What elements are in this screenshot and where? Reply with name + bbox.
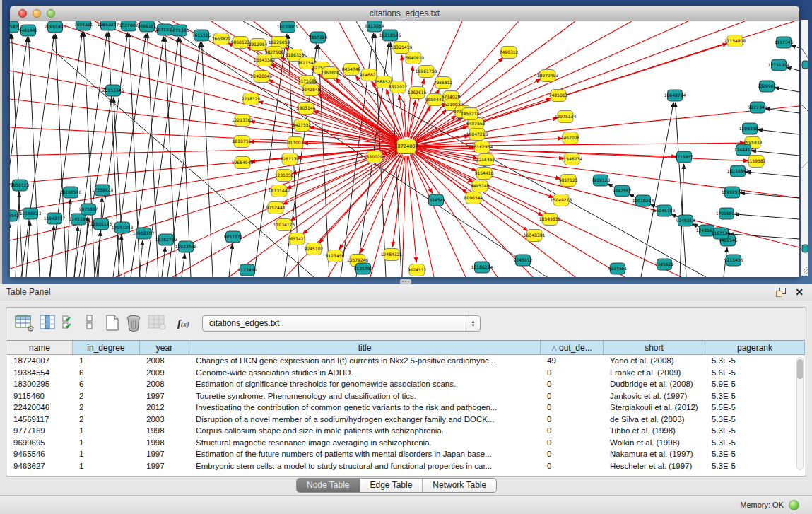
delete-column-icon[interactable] bbox=[125, 315, 142, 333]
close-panel-icon[interactable]: ✕ bbox=[795, 286, 804, 299]
table-cell[interactable]: 0 bbox=[541, 460, 604, 472]
table-cell[interactable]: 5.3E-5 bbox=[705, 414, 798, 426]
table-row[interactable]: 1872400712008Changes of HCN gene express… bbox=[7, 355, 805, 367]
table-cell[interactable]: 2 bbox=[73, 390, 140, 402]
delete-table-icon[interactable] bbox=[148, 315, 166, 333]
network-canvas[interactable]: 2358794614422069140674943211065328715276… bbox=[10, 21, 799, 277]
table-cell[interactable]: 2003 bbox=[140, 414, 189, 426]
select-columns-icon[interactable]: ✔ ✔ bbox=[62, 315, 76, 333]
table-cell[interactable]: 2012 bbox=[140, 402, 189, 414]
table-cell[interactable]: Embryonic stem cells: a model to study s… bbox=[189, 460, 541, 472]
table-cell[interactable]: 0 bbox=[541, 425, 604, 437]
column-header-out_de[interactable]: △out_de... bbox=[541, 341, 604, 354]
table-cell[interactable]: 5.3E-5 bbox=[705, 437, 798, 449]
table-cell[interactable]: 18300295 bbox=[7, 378, 73, 390]
float-window-icon[interactable] bbox=[775, 287, 787, 298]
table-cell[interactable]: 5.3E-5 bbox=[705, 448, 798, 460]
table-cell[interactable]: 2008 bbox=[140, 355, 189, 367]
row-height-icon[interactable] bbox=[86, 315, 94, 333]
table-cell[interactable]: 5.3E-5 bbox=[705, 355, 798, 367]
table-cell[interactable]: Tibbo et al. (1998) bbox=[604, 425, 705, 437]
table-cell[interactable]: Estimation of significance thresholds fo… bbox=[189, 378, 541, 390]
table-cell[interactable]: 5.6E-5 bbox=[705, 367, 798, 379]
table-cell[interactable]: 1997 bbox=[140, 460, 189, 472]
column-header-title[interactable]: title bbox=[189, 341, 541, 354]
table-cell[interactable]: de Silva et al. (2003) bbox=[604, 414, 705, 426]
table-row[interactable]: 1830029562008Estimation of significance … bbox=[7, 378, 805, 390]
table-row[interactable]: 977716911998Corpus callosum shape and si… bbox=[7, 425, 805, 437]
column-header-name[interactable]: name bbox=[7, 341, 73, 354]
column-header-in_degree[interactable]: in_degree bbox=[73, 341, 140, 354]
table-cell[interactable]: Estimation of the future numbers of pati… bbox=[189, 448, 541, 460]
table-row[interactable]: 946362711997Embryonic stem cells: a mode… bbox=[7, 460, 805, 472]
table-scrollbar-thumb[interactable] bbox=[797, 359, 803, 379]
table-cell[interactable]: Wolkin et al. (1998) bbox=[604, 437, 705, 449]
table-cell[interactable]: 0 bbox=[541, 402, 604, 414]
table-cell[interactable]: Jankovic et al. (1997) bbox=[604, 390, 705, 402]
table-cell[interactable]: 49 bbox=[541, 355, 604, 367]
table-cell[interactable]: 22420046 bbox=[7, 402, 73, 414]
memory-status-led[interactable] bbox=[789, 500, 799, 510]
table-cell[interactable]: 1997 bbox=[140, 390, 189, 402]
tab-network-table[interactable]: Network Table bbox=[423, 479, 496, 492]
table-cell[interactable]: 0 bbox=[541, 448, 604, 460]
table-selector-dropdown[interactable]: citations_edges.txt ▲▼ bbox=[202, 315, 481, 332]
table-cell[interactable]: Dudbridge et al. (2008) bbox=[604, 378, 705, 390]
splitter-handle[interactable] bbox=[400, 279, 411, 284]
new-column-icon[interactable] bbox=[105, 315, 119, 333]
table-cell[interactable]: Structural magnetic resonance image aver… bbox=[189, 437, 541, 449]
table-cell[interactable]: 2 bbox=[73, 414, 140, 426]
function-builder-icon[interactable]: f(x) bbox=[177, 317, 189, 336]
table-cell[interactable]: Hescheler et al. (1997) bbox=[604, 460, 705, 472]
table-cell[interactable]: 1997 bbox=[140, 448, 189, 460]
table-cell[interactable]: 2009 bbox=[140, 367, 189, 379]
table-cell[interactable]: 0 bbox=[541, 414, 604, 426]
table-row[interactable]: 969969511998Structural magnetic resonanc… bbox=[7, 437, 805, 449]
table-cell[interactable]: 1 bbox=[73, 437, 140, 449]
table-cell[interactable]: 9115460 bbox=[7, 390, 73, 402]
tab-node-table[interactable]: Node Table bbox=[297, 479, 360, 492]
table-cell[interactable]: 9463627 bbox=[7, 460, 73, 472]
table-cell[interactable]: 6 bbox=[73, 367, 140, 379]
table-cell[interactable]: Genome-wide association studies in ADHD. bbox=[189, 367, 541, 379]
column-header-year[interactable]: year bbox=[140, 341, 189, 354]
table-cell[interactable]: 1 bbox=[73, 460, 140, 472]
table-cell[interactable]: 9699695 bbox=[7, 437, 73, 449]
table-cell[interactable]: Franke et al. (2009) bbox=[604, 367, 705, 379]
table-row[interactable]: 946554611997Estimation of the future num… bbox=[7, 448, 805, 460]
table-cell[interactable]: 0 bbox=[541, 378, 604, 390]
table-cell[interactable]: 5.9E-5 bbox=[705, 378, 798, 390]
column-header-short[interactable]: short bbox=[604, 341, 705, 354]
table-cell[interactable]: 2 bbox=[73, 402, 140, 414]
table-cell[interactable]: 19384554 bbox=[7, 367, 73, 379]
table-cell[interactable]: 14569117 bbox=[7, 414, 73, 426]
table-cell[interactable]: 1998 bbox=[140, 437, 189, 449]
table-cell[interactable]: 5.3E-5 bbox=[705, 390, 798, 402]
table-cell[interactable]: Yano et al. (2008) bbox=[604, 355, 705, 367]
table-row[interactable]: 1456911722003Disruption of a novel membe… bbox=[7, 414, 805, 426]
table-cell[interactable]: 5.5E-5 bbox=[705, 402, 798, 414]
table-mode-icon[interactable]: ⚙ bbox=[15, 315, 35, 333]
table-cell[interactable]: Corpus callosum shape and size in male p… bbox=[189, 425, 541, 437]
table-cell[interactable]: 9465546 bbox=[7, 448, 73, 460]
column-header-pagerank[interactable]: pagerank bbox=[705, 341, 805, 354]
table-cell[interactable]: 5.3E-5 bbox=[705, 460, 798, 472]
table-cell[interactable]: 5.3E-5 bbox=[705, 425, 798, 437]
table-cell[interactable]: 1 bbox=[73, 448, 140, 460]
table-cell[interactable]: Stergiakouli et al. (2012) bbox=[604, 402, 705, 414]
table-row[interactable]: 911546021997Tourette syndrome. Phenomeno… bbox=[7, 390, 805, 402]
table-cell[interactable]: 9777169 bbox=[7, 425, 73, 437]
table-cell[interactable]: 2008 bbox=[140, 378, 189, 390]
table-cell[interactable]: Changes of HCN gene expression and I(f) … bbox=[189, 355, 541, 367]
table-cell[interactable]: 1 bbox=[73, 425, 140, 437]
show-columns-icon[interactable] bbox=[40, 315, 57, 333]
table-cell[interactable]: Tourette syndrome. Phenomenology and cla… bbox=[189, 390, 541, 402]
table-cell[interactable]: 1998 bbox=[140, 425, 189, 437]
table-cell[interactable]: Nakamura et al. (1997) bbox=[604, 448, 705, 460]
table-cell[interactable]: 6 bbox=[73, 378, 140, 390]
network-window-titlebar[interactable]: citations_edges.txt bbox=[10, 6, 799, 21]
table-cell[interactable]: 1 bbox=[73, 355, 140, 367]
table-cell[interactable]: 0 bbox=[541, 367, 604, 379]
table-cell[interactable]: 18724007 bbox=[7, 355, 73, 367]
table-cell[interactable]: Investigating the contribution of common… bbox=[189, 402, 541, 414]
